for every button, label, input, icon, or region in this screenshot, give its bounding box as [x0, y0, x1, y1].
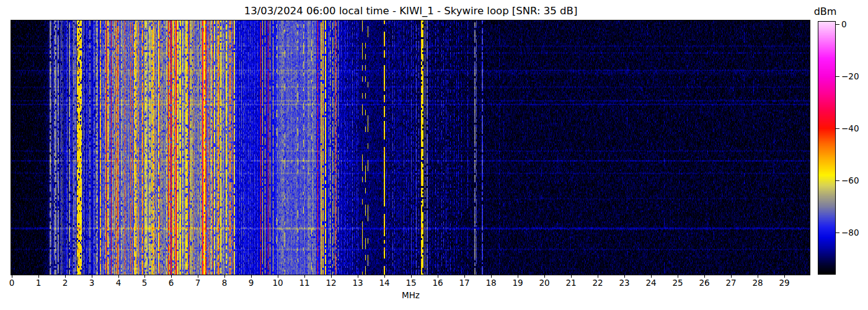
x-tick-label: 23 — [615, 278, 634, 288]
x-tick-label: 21 — [562, 278, 580, 288]
x-tick-label: 18 — [482, 278, 500, 288]
colorbar-tick-mark — [836, 128, 839, 129]
x-tick-label: 14 — [375, 278, 394, 288]
x-tick-label: 24 — [642, 278, 660, 288]
colorbar-gradient — [818, 21, 836, 275]
x-axis-label: MHz — [11, 290, 810, 300]
x-tick-label: 1 — [29, 278, 48, 288]
x-tick-label: 17 — [455, 278, 474, 288]
x-tick-label: 27 — [722, 278, 740, 288]
colorbar-tick-label: −20 — [841, 71, 866, 81]
x-tick-label: 4 — [109, 278, 128, 288]
x-tick-label: 29 — [775, 278, 794, 288]
x-tick-label: 5 — [135, 278, 154, 288]
colorbar-tick-label: −60 — [841, 175, 866, 185]
colorbar-unit-label: dBm — [806, 6, 844, 17]
x-tick-label: 20 — [535, 278, 554, 288]
x-tick-label: 9 — [242, 278, 260, 288]
spectrogram-heatmap — [11, 20, 810, 275]
chart-title: 13/03/2024 06:00 local time - KIWI_1 - S… — [11, 5, 810, 17]
x-tick-label: 10 — [268, 278, 287, 288]
x-tick-label: 12 — [322, 278, 340, 288]
colorbar-tick-label: 0 — [841, 19, 866, 29]
x-tick-label: 28 — [748, 278, 767, 288]
colorbar-tick-mark — [836, 76, 839, 77]
x-tick-label: 3 — [82, 278, 101, 288]
colorbar-tick-mark — [836, 180, 839, 181]
colorbar-tick-mark — [836, 24, 839, 25]
x-tick-label: 8 — [215, 278, 234, 288]
colorbar-tick-label: −80 — [841, 228, 866, 237]
x-tick-label: 22 — [588, 278, 607, 288]
colorbar-tick-label: −40 — [841, 123, 866, 133]
x-tick-label: 15 — [402, 278, 420, 288]
x-tick-label: 19 — [508, 278, 527, 288]
x-tick-label: 2 — [56, 278, 74, 288]
x-tick-label: 25 — [668, 278, 687, 288]
x-tick-label: 6 — [162, 278, 180, 288]
x-tick-label: 16 — [428, 278, 447, 288]
colorbar-tick-mark — [836, 232, 839, 233]
x-tick-label: 26 — [695, 278, 714, 288]
x-tick-label: 11 — [295, 278, 314, 288]
spectrogram-figure: 13/03/2024 06:00 local time - KIWI_1 - S… — [0, 0, 868, 310]
x-tick-label: 13 — [348, 278, 367, 288]
x-tick-label: 0 — [2, 278, 21, 288]
x-tick-label: 7 — [188, 278, 207, 288]
